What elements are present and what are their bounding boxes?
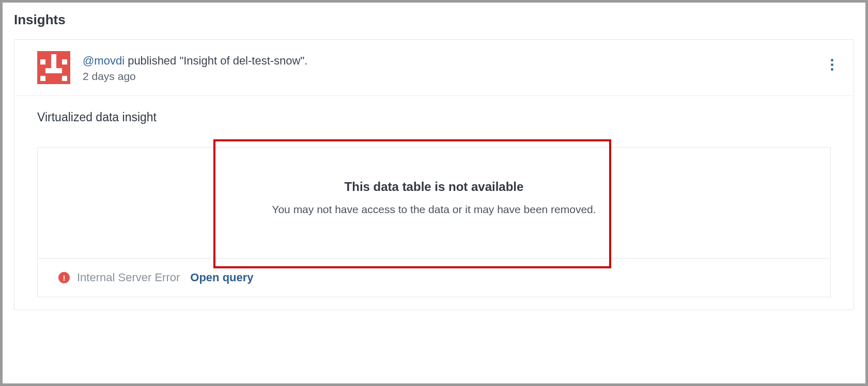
publish-line: @movdi published "Insight of del-test-sn… <box>83 53 825 69</box>
empty-state-subtext: You may not have access to the data or i… <box>48 203 820 216</box>
open-query-link[interactable]: Open query <box>190 271 253 284</box>
insight-card-header: @movdi published "Insight of del-test-sn… <box>14 40 854 96</box>
more-options-button[interactable] <box>825 54 839 75</box>
page-title: Insights <box>14 12 854 28</box>
publish-suffix: published "Insight of del-test-snow". <box>125 54 307 67</box>
publish-time: 2 days ago <box>83 70 825 83</box>
user-avatar[interactable] <box>37 51 70 84</box>
data-table-area: This data table is not available You may… <box>37 147 831 297</box>
error-icon: ! <box>58 272 70 283</box>
error-message: Internal Server Error <box>77 271 180 284</box>
empty-state-heading: This data table is not available <box>48 180 820 194</box>
error-footer: ! Internal Server Error Open query <box>38 258 830 297</box>
svg-rect-5 <box>40 76 45 81</box>
empty-state: This data table is not available You may… <box>38 148 830 258</box>
page-container: Insights @movdi published "Insight of de… <box>3 3 865 383</box>
svg-rect-1 <box>40 59 45 65</box>
user-handle-link[interactable]: @movdi <box>83 54 125 67</box>
insight-card-body: Virtualized data insight This data table… <box>14 96 854 310</box>
svg-rect-4 <box>45 68 62 73</box>
insight-card: @movdi published "Insight of del-test-sn… <box>14 39 854 310</box>
insight-header-text: @movdi published "Insight of del-test-sn… <box>83 51 825 83</box>
insight-title: Virtualized data insight <box>37 110 831 124</box>
svg-rect-2 <box>62 59 67 65</box>
svg-rect-6 <box>62 76 67 81</box>
